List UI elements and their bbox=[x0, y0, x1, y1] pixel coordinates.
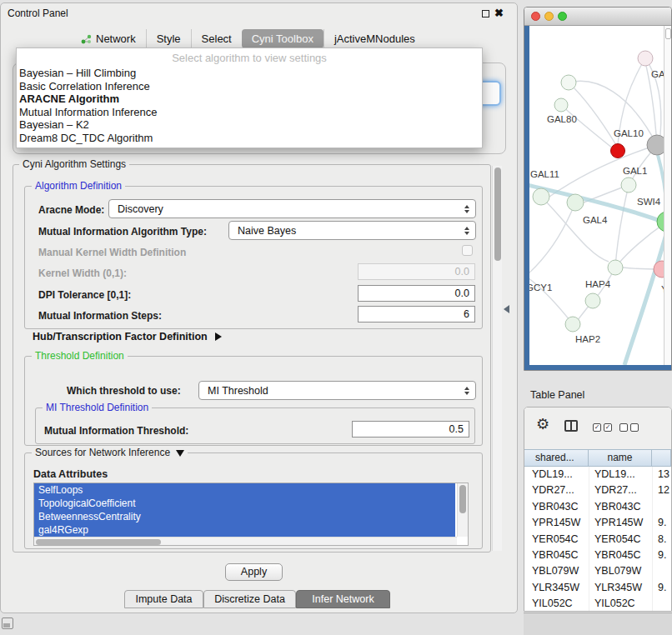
unselect-all-columns-icon[interactable] bbox=[619, 423, 639, 432]
network-node[interactable] bbox=[608, 260, 623, 275]
table-header: shared... name bbox=[524, 449, 671, 467]
column-header-shared-name[interactable]: shared... bbox=[524, 450, 589, 466]
gear-icon[interactable]: ⚙ bbox=[536, 417, 549, 432]
column-header-name[interactable]: name bbox=[589, 450, 652, 466]
node-label: HAP2 bbox=[575, 334, 600, 344]
algorithm-definition-group: Algorithm Definition Aracne Mode: Discov… bbox=[24, 186, 483, 329]
close-traffic-light[interactable] bbox=[531, 12, 540, 21]
network-scrollbar[interactable] bbox=[664, 26, 672, 365]
node-label: GAL10 bbox=[614, 128, 644, 138]
manual-kernel-label: Manual Kernel Width Definition bbox=[38, 247, 186, 258]
list-vertical-scrollbar[interactable] bbox=[457, 483, 468, 537]
kernel-width-label: Kernel Width (0,1): bbox=[38, 268, 127, 279]
table-row[interactable]: YBR045C YBR045C 9. bbox=[524, 548, 671, 563]
mi-type-combo[interactable]: Naive Bayes bbox=[228, 221, 476, 240]
bottom-status-strip bbox=[524, 612, 672, 635]
data-attributes-list[interactable]: SelfLoops TopologicalCoefficient Between… bbox=[33, 482, 469, 546]
which-threshold-label: Which threshold to use: bbox=[67, 385, 181, 397]
mi-steps-label: Mutual Information Steps: bbox=[38, 310, 162, 322]
sources-group: Sources for Network Inference Data Attri… bbox=[24, 452, 483, 549]
algorithm-dropdown[interactable]: Select algorithm to view settings Bayesi… bbox=[16, 48, 483, 148]
tab-jactivemnodules[interactable]: jActiveMNodules bbox=[323, 29, 425, 48]
algorithm-definition-legend: Algorithm Definition bbox=[32, 180, 125, 192]
network-node[interactable] bbox=[585, 293, 600, 308]
tab-network[interactable]: Network bbox=[71, 29, 146, 48]
aracne-mode-label: Aracne Mode: bbox=[38, 204, 104, 216]
column-header-extra[interactable] bbox=[652, 450, 671, 466]
dropdown-item[interactable]: Dream8 DC_TDC Algorithm bbox=[17, 132, 482, 145]
tab-cyni-toolbox[interactable]: Cyni Toolbox bbox=[242, 29, 323, 48]
network-canvas[interactable]: GAL8 GAL80 GAL10 GAL11 GAL1 SWI4 GAL4 GC… bbox=[529, 26, 665, 365]
bottom-tab-discretize-data[interactable]: Discretize Data bbox=[203, 590, 296, 608]
node-label: SWI4 bbox=[637, 197, 661, 207]
table-row[interactable]: YDR27... YDR27... 12 bbox=[524, 482, 671, 498]
network-node[interactable] bbox=[533, 188, 549, 205]
table-row[interactable]: YPR145W YPR145W 9. bbox=[524, 515, 671, 531]
table-row[interactable]: YER054C YER054C 8. bbox=[524, 532, 671, 548]
table-row[interactable]: YBR043C YBR043C bbox=[524, 499, 671, 515]
list-item-selected[interactable]: TopologicalCoefficient bbox=[34, 497, 455, 510]
table-panel-window: ⚙ ✓ ✓ shared... name YDL19... YDL19... 1… bbox=[524, 407, 672, 612]
network-node[interactable] bbox=[554, 98, 568, 112]
float-panel-icon[interactable] bbox=[482, 10, 489, 18]
network-node[interactable] bbox=[561, 75, 576, 90]
network-node[interactable] bbox=[567, 194, 584, 211]
dropdown-item[interactable]: Bayesian – Hill Climbing bbox=[17, 67, 482, 80]
combo-arrows-icon bbox=[464, 227, 469, 235]
control-panel-titlebar[interactable]: Control Panel ✖ bbox=[1, 3, 517, 23]
apply-button[interactable]: Apply bbox=[225, 563, 283, 581]
node-label: GAL1 bbox=[623, 166, 647, 176]
network-node[interactable] bbox=[621, 178, 636, 192]
bottom-tab-infer-network[interactable]: Infer Network bbox=[296, 590, 390, 608]
list-horizontal-scrollbar[interactable] bbox=[34, 537, 457, 545]
network-tab-icon bbox=[81, 34, 92, 44]
mi-steps-input[interactable] bbox=[358, 306, 475, 322]
table-panel-title: Table Panel bbox=[524, 385, 672, 405]
which-threshold-combo[interactable]: MI Threshold bbox=[198, 381, 476, 400]
mi-threshold-label: Mutual Information Threshold: bbox=[44, 425, 188, 437]
cyni-algorithm-settings-legend: Cyni Algorithm Settings bbox=[19, 158, 129, 170]
dropdown-item-selected[interactable]: ARACNE Algorithm bbox=[17, 92, 482, 106]
network-scrollbar-thumb[interactable] bbox=[665, 28, 671, 39]
zoom-traffic-light[interactable] bbox=[558, 12, 567, 21]
combo-arrows-icon bbox=[464, 205, 469, 213]
list-item-selected[interactable]: SelfLoops bbox=[34, 483, 455, 497]
hub-definition-toggle[interactable]: Hub/Transcription Factor Definition bbox=[33, 331, 222, 342]
show-columns-icon[interactable] bbox=[564, 420, 578, 432]
network-node-red[interactable] bbox=[611, 144, 625, 158]
dpi-tolerance-label: DPI Tolerance [0,1]: bbox=[38, 289, 131, 301]
network-node-gray[interactable] bbox=[647, 135, 665, 155]
table-row[interactable]: YIL052C YIL052C bbox=[524, 596, 671, 612]
table-row[interactable]: YBL079W YBL079W bbox=[524, 563, 671, 579]
sources-legend-toggle[interactable]: Sources for Network Inference bbox=[32, 447, 188, 458]
dpi-tolerance-input[interactable] bbox=[358, 285, 475, 302]
network-window-titlebar[interactable] bbox=[524, 8, 671, 26]
dropdown-item[interactable]: Mutual Information Inference bbox=[17, 106, 482, 119]
tab-style[interactable]: Style bbox=[146, 29, 191, 48]
list-horizontal-scrollbar-thumb[interactable] bbox=[36, 539, 161, 545]
docked-panel-icon[interactable] bbox=[2, 618, 13, 629]
settings-scrollbar[interactable] bbox=[492, 166, 502, 551]
list-item-selected[interactable]: BetweennessCentrality bbox=[34, 510, 455, 523]
select-all-columns-icon[interactable]: ✓ ✓ bbox=[593, 423, 612, 432]
mi-threshold-input[interactable] bbox=[352, 421, 469, 438]
network-node[interactable] bbox=[638, 51, 653, 66]
tab-select[interactable]: Select bbox=[191, 29, 242, 48]
table-row[interactable]: YDL19... YDL19... 13 bbox=[524, 467, 671, 482]
dropdown-placeholder: Select algorithm to view settings bbox=[17, 48, 482, 67]
dropdown-item[interactable]: Basic Correlation Inference bbox=[17, 80, 482, 93]
network-node[interactable] bbox=[565, 317, 580, 332]
bottom-tab-impute-data[interactable]: Impute Data bbox=[124, 590, 203, 608]
dropdown-item[interactable]: Bayesian – K2 bbox=[17, 118, 482, 132]
table-row[interactable]: YLR345W YLR345W 9. bbox=[524, 580, 671, 596]
node-label: GAL80 bbox=[547, 114, 577, 124]
control-panel-window: Control Panel ✖ Network Style Select Cyn… bbox=[0, 2, 518, 613]
list-item-selected[interactable]: gal4RGexp bbox=[34, 523, 455, 537]
minimize-traffic-light[interactable] bbox=[544, 12, 554, 21]
aracne-mode-combo[interactable]: Discovery bbox=[108, 199, 476, 218]
splitpane-collapse-icon[interactable] bbox=[504, 305, 509, 313]
close-icon[interactable]: ✖ bbox=[494, 7, 504, 19]
list-vertical-scrollbar-thumb[interactable] bbox=[459, 485, 466, 513]
settings-scrollbar-thumb[interactable] bbox=[494, 168, 501, 261]
control-panel-tabs: Network Style Select Cyni Toolbox jActiv… bbox=[71, 28, 425, 49]
